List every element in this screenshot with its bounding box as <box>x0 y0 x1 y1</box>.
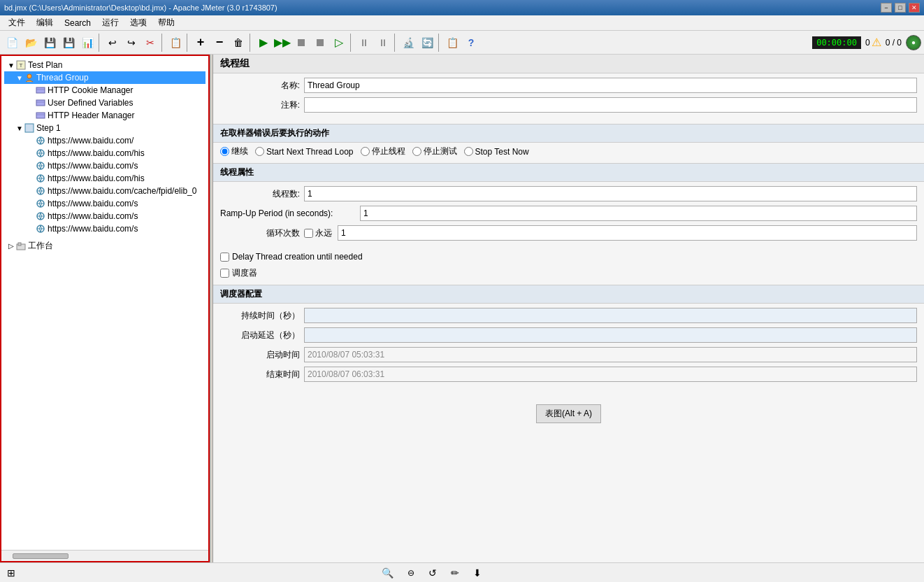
tree-toggle-btn[interactable]: 📋 <box>443 34 461 52</box>
scheduler-checkbox[interactable] <box>220 269 229 278</box>
tree-item-cookie[interactable]: ▷ HTTP Cookie Manager <box>4 84 205 97</box>
menu-run[interactable]: 运行 <box>96 15 124 30</box>
radio-stop-thread[interactable]: 停止线程 <box>361 146 405 157</box>
stop-btn[interactable]: ⏹ <box>292 34 310 52</box>
edit-icon[interactable]: ✏ <box>451 567 459 579</box>
tree-item-req-7[interactable]: https://www.baidu.com/s <box>4 222 205 235</box>
run-no-pause-btn[interactable]: ▶▶ <box>273 34 291 52</box>
menu-help[interactable]: 帮助 <box>152 15 180 30</box>
tree-item-user-vars[interactable]: ▷ User Defined Variables <box>4 97 205 109</box>
cookie-label: HTTP Cookie Manager <box>48 85 133 95</box>
zoom-in-icon[interactable]: 🔍 <box>382 567 394 579</box>
radio-stop-now[interactable]: Stop Test Now <box>464 147 529 157</box>
end-time-label: 结束时间 <box>220 369 304 381</box>
tree-item-test-plan[interactable]: ▼ T Test Plan <box>4 59 205 71</box>
duration-label: 持续时间（秒） <box>220 310 304 322</box>
tree-item-step1[interactable]: ▼ Step 1 <box>4 122 205 134</box>
scheduler-label[interactable]: 调度器 <box>220 267 257 279</box>
start-time-input[interactable] <box>304 347 917 362</box>
new-btn[interactable]: 📄 <box>3 34 21 52</box>
tree-item-req-3[interactable]: https://www.baidu.com/his <box>4 172 205 185</box>
expand-test-plan[interactable]: ▼ <box>7 62 15 69</box>
thread-count-input[interactable] <box>304 186 917 201</box>
open-btn[interactable]: 📂 <box>22 34 40 52</box>
close-btn[interactable]: ✕ <box>909 3 920 13</box>
tree-item-req-2[interactable]: https://www.baidu.com/s <box>4 159 205 172</box>
comment-input[interactable] <box>304 97 917 113</box>
shutdown-btn[interactable]: ⏹ <box>311 34 329 52</box>
tree-item-req-0[interactable]: https://www.baidu.com/ <box>4 134 205 147</box>
menu-edit[interactable]: 编辑 <box>31 15 59 30</box>
radio-next-loop[interactable]: Start Next Thread Loop <box>255 147 354 157</box>
menu-options[interactable]: 选项 <box>124 15 152 30</box>
radio-stop-test-label: 停止测试 <box>424 146 457 157</box>
status-monitor-icon[interactable]: ⊞ <box>7 567 15 579</box>
tree-item-req-1[interactable]: https://www.baidu.com/his <box>4 147 205 159</box>
expand-workbench[interactable]: ▷ <box>7 242 15 250</box>
startup-delay-input[interactable] <box>304 327 917 343</box>
loop-count-label: 循环次数 <box>220 227 304 239</box>
rampup-input[interactable] <box>360 206 917 221</box>
add-btn[interactable]: + <box>192 34 210 52</box>
remove-btn[interactable]: − <box>210 34 229 52</box>
undo-btn[interactable]: ↩ <box>103 34 122 52</box>
save-as-btn[interactable]: 💾 <box>59 34 78 52</box>
green-status-btn[interactable]: ● <box>906 35 921 50</box>
run-btn[interactable]: ▶ <box>254 34 273 52</box>
tree-item-req-6[interactable]: https://www.baidu.com/s <box>4 210 205 222</box>
tree-item-header[interactable]: ▷ HTTP Header Manager <box>4 109 205 122</box>
radio-stop-thread-label: 停止线程 <box>372 146 405 157</box>
user-vars-label: User Defined Variables <box>48 98 133 108</box>
redo-btn[interactable]: ↪ <box>122 34 140 52</box>
remote-start-btn[interactable]: ▷ <box>330 34 348 52</box>
menu-file[interactable]: 文件 <box>3 15 31 30</box>
tree-item-workbench[interactable]: ▷ 工作台 <box>4 239 205 253</box>
search-btn[interactable]: 🔬 <box>399 34 417 52</box>
workbench-label: 工作台 <box>28 240 53 252</box>
tree-hscrollbar[interactable] <box>1 550 208 561</box>
clear-btn[interactable]: 🗑 <box>229 34 247 52</box>
revert-btn[interactable]: 📊 <box>78 34 96 52</box>
radio-stop-test[interactable]: 停止测试 <box>412 146 457 157</box>
copy-btn[interactable]: 📋 <box>166 34 185 52</box>
download-icon[interactable]: ⬇ <box>473 567 482 579</box>
rampup-label: Ramp-Up Period (in seconds): <box>220 208 360 218</box>
warning-icon: ⚠ <box>872 36 881 49</box>
help-btn[interactable]: ? <box>462 34 480 52</box>
tree-container[interactable]: ▼ T Test Plan ▼ Thread Group ▷ <box>1 56 208 550</box>
left-panel: ▼ T Test Plan ▼ Thread Group ▷ <box>0 55 210 562</box>
scheduler-row: 调度器 <box>213 264 924 282</box>
req-3-label: https://www.baidu.com/his <box>48 173 145 183</box>
remote-stop-btn[interactable]: ⏸ <box>355 34 373 52</box>
loop-forever-checkbox[interactable]: 永远 <box>304 227 332 239</box>
expand-thread-group[interactable]: ▼ <box>15 74 24 82</box>
name-input[interactable] <box>304 78 917 93</box>
delay-thread-checkbox[interactable] <box>220 253 229 262</box>
save-btn[interactable]: 💾 <box>41 34 59 52</box>
end-time-input[interactable] <box>304 367 917 382</box>
delay-thread-label[interactable]: Delay Thread creation until needed <box>220 252 363 262</box>
name-label: 名称: <box>220 80 304 92</box>
maximize-btn[interactable]: □ <box>895 3 906 13</box>
tree-item-req-5[interactable]: https://www.baidu.com/s <box>4 197 205 210</box>
refresh-icon[interactable]: ↺ <box>428 567 437 579</box>
zoom-out-icon[interactable]: ⊖ <box>407 568 414 578</box>
radio-continue[interactable]: 继续 <box>220 146 248 157</box>
expand-step1[interactable]: ▼ <box>15 125 24 132</box>
header-icon <box>35 110 46 121</box>
tree-hscroll-thumb[interactable] <box>13 553 68 559</box>
loop-count-input[interactable] <box>338 225 917 241</box>
apply-button[interactable]: 表图(Alt + A) <box>536 404 601 423</box>
scheduler-text: 调度器 <box>232 267 257 279</box>
reset-btn[interactable]: 🔄 <box>418 34 436 52</box>
cut-btn[interactable]: ✂ <box>141 34 159 52</box>
title-controls[interactable]: − □ ✕ <box>881 3 920 13</box>
menu-search[interactable]: Search <box>59 17 96 29</box>
remote-stop2-btn[interactable]: ⏸ <box>374 34 392 52</box>
minimize-btn[interactable]: − <box>881 3 892 13</box>
duration-input[interactable] <box>304 308 917 323</box>
tree-item-thread-group[interactable]: ▼ Thread Group <box>4 71 205 84</box>
tree-item-req-4[interactable]: https://www.baidu.com/cache/fpid/elib_0 <box>4 185 205 197</box>
warning-area: 0 ⚠ <box>865 36 881 49</box>
req-6-icon <box>35 211 46 222</box>
